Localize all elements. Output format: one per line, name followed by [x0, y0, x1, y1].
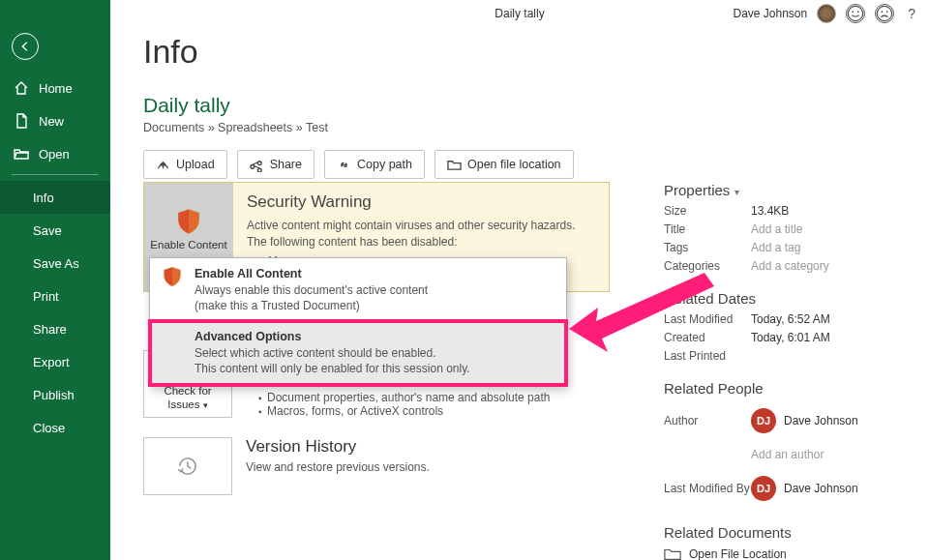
related-documents-section: Related Documents Open File Location	[664, 524, 915, 560]
content-area: Enable Content ▾ Security Warning Active…	[143, 182, 915, 560]
person-name: Dave Johnson	[784, 482, 858, 495]
properties-heading[interactable]: Properties ▾	[664, 182, 915, 198]
btn-label: Upload	[176, 158, 215, 171]
menu-item-text: Enable All Content Always enable this do…	[195, 266, 428, 313]
prop-size: Size13.4KB	[664, 204, 915, 218]
related-dates-heading: Related Dates	[664, 290, 915, 307]
history-icon	[175, 454, 200, 479]
sidebar-item-print[interactable]: Print	[0, 280, 110, 312]
author-row: Author DJ Dave Johnson	[664, 402, 915, 439]
chevron-down-icon: ▾	[203, 400, 208, 410]
upload-icon	[156, 158, 170, 172]
date-last-modified: Last ModifiedToday, 6:52 AM	[664, 312, 915, 326]
sidebar-item-save[interactable]: Save	[0, 214, 110, 247]
sidebar-item-export[interactable]: Export	[0, 345, 110, 378]
svg-point-0	[849, 6, 863, 20]
left-column: Enable Content ▾ Security Warning Active…	[143, 182, 610, 495]
sidebar-label: Home	[39, 81, 73, 96]
smile-feedback-icon[interactable]	[846, 4, 865, 23]
btn-label: Open file location	[467, 158, 561, 171]
person-name: Dave Johnson	[784, 414, 858, 427]
section-desc: View and restore previous versions.	[246, 460, 610, 474]
related-dates-section: Related Dates Last ModifiedToday, 6:52 A…	[664, 290, 915, 363]
properties-pane: Properties ▾ Size13.4KB TitleAdd a title…	[664, 182, 915, 560]
blank-icon	[162, 329, 183, 350]
folder-open-icon	[14, 146, 29, 162]
person-initials-badge: DJ	[751, 476, 776, 501]
open-file-location-button[interactable]: Open file location	[435, 150, 574, 179]
shield-icon	[175, 208, 202, 235]
person-initials-badge: DJ	[751, 408, 776, 433]
prop-tags[interactable]: TagsAdd a tag	[664, 241, 915, 254]
copy-path-button[interactable]: Copy path	[324, 150, 425, 179]
sidebar-item-open[interactable]: Open	[0, 137, 110, 170]
menu-item-enable-all[interactable]: Enable All Content Always enable this do…	[150, 258, 566, 321]
author-person[interactable]: DJ Dave Johnson	[751, 408, 858, 433]
sidebar-item-share[interactable]: Share	[0, 312, 110, 345]
open-file-location-link[interactable]: Open File Location	[664, 546, 915, 560]
breadcrumb: Documents » Spreadsheets » Test	[143, 121, 929, 134]
sidebar-item-new[interactable]: New	[0, 104, 110, 137]
workbook-title: Daily tally	[494, 7, 544, 20]
link-icon	[337, 158, 351, 172]
user-avatar[interactable]	[817, 4, 836, 23]
date-created: CreatedToday, 6:01 AM	[664, 331, 915, 344]
sidebar-separator	[12, 174, 99, 175]
folder-icon	[664, 546, 681, 560]
chevron-down-icon: ▾	[732, 187, 739, 197]
menu-item-text: Advanced Options Select which active con…	[195, 329, 470, 376]
related-documents-heading: Related Documents	[664, 524, 915, 541]
add-author[interactable]: Add an author	[664, 444, 915, 465]
back-button[interactable]	[12, 33, 39, 60]
sidebar-label: New	[39, 114, 64, 129]
related-people-section: Related People Author DJ Dave Johnson Ad…	[664, 380, 915, 507]
sidebar-label: Save As	[33, 256, 79, 271]
share-icon	[250, 158, 264, 172]
backstage-sidebar: Home New Open Info Save Save As Print Sh…	[0, 0, 110, 560]
version-history-button[interactable]	[143, 437, 232, 495]
upload-button[interactable]: Upload	[143, 150, 227, 179]
share-button[interactable]: Share	[237, 150, 315, 179]
btn-label: Copy path	[357, 158, 412, 171]
last-modified-by-row: Last Modified By DJ Dave Johnson	[664, 470, 915, 507]
folder-icon	[447, 158, 462, 172]
page-heading: Info	[143, 33, 929, 71]
security-warning-title: Security Warning	[247, 192, 595, 212]
info-page: Info Daily tally Documents » Spreadsheet…	[143, 29, 929, 560]
btn-label: Share	[270, 158, 302, 171]
security-warning-text: Active content might contain viruses and…	[247, 218, 595, 251]
lmb-person[interactable]: DJ Dave Johnson	[751, 476, 858, 501]
svg-point-3	[878, 6, 892, 20]
user-name[interactable]: Dave Johnson	[733, 7, 807, 20]
sidebar-item-saveas[interactable]: Save As	[0, 247, 110, 280]
svg-point-2	[857, 11, 859, 13]
help-icon[interactable]: ?	[904, 6, 919, 21]
frown-feedback-icon[interactable]	[875, 4, 894, 23]
inspect-bullet: Document properties, author's name and a…	[267, 391, 610, 404]
enable-content-menu: Enable All Content Always enable this do…	[149, 257, 567, 386]
action-bar: Upload Share Copy path Open file locatio…	[143, 150, 929, 179]
shield-icon	[162, 266, 183, 287]
home-icon	[14, 80, 29, 96]
history-body: Version History View and restore previou…	[232, 437, 610, 495]
svg-point-1	[853, 11, 854, 13]
sidebar-label: Export	[33, 355, 70, 369]
sidebar-item-publish[interactable]: Publish	[0, 378, 110, 411]
sidebar-item-home[interactable]: Home	[0, 72, 110, 104]
svg-point-5	[886, 11, 888, 13]
sidebar-label: Open	[39, 147, 70, 162]
sidebar-item-close[interactable]: Close	[0, 411, 110, 444]
prop-categories[interactable]: CategoriesAdd a category	[664, 259, 915, 273]
workbook-name: Daily tally	[143, 94, 929, 117]
menu-item-advanced-options[interactable]: Advanced Options Select which active con…	[150, 321, 566, 384]
sidebar-item-info[interactable]: Info	[0, 181, 110, 214]
sidebar-label: Close	[33, 421, 65, 435]
version-history-section: Version History View and restore previou…	[143, 437, 610, 495]
title-bar-right: Dave Johnson ?	[733, 0, 919, 27]
prop-title[interactable]: TitleAdd a title	[664, 222, 915, 236]
related-people-heading: Related People	[664, 380, 915, 397]
sidebar-label: Print	[33, 289, 59, 304]
sidebar-label: Share	[33, 322, 67, 337]
inspect-bullet: Macros, forms, or ActiveX controls	[267, 404, 610, 418]
section-title: Version History	[246, 437, 610, 457]
